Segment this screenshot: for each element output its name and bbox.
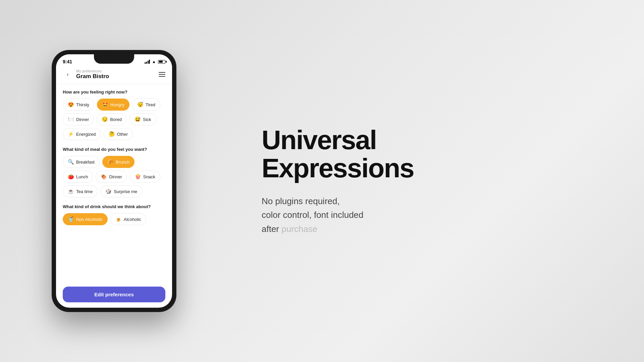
header-left: ‹ My preferences Gram Bistro (63, 69, 109, 80)
phone-section: 9:41 ▲ ‹ My pr (0, 0, 228, 362)
chip-tired[interactable]: 😴 Tired (132, 99, 160, 111)
dinner-feeling-label: Dinner (76, 117, 89, 122)
chip-sick[interactable]: 😅 Sick (129, 113, 156, 125)
hungry-emoji: 🤩 (102, 102, 108, 108)
phone-screen: 9:41 ▲ ‹ My pr (56, 54, 172, 308)
chip-energized[interactable]: ⚡ Energized (63, 128, 101, 140)
app-header: ‹ My preferences Gram Bistro (56, 66, 172, 84)
chip-snack[interactable]: 🍿 Snack (130, 171, 160, 183)
menu-line1 (159, 72, 165, 73)
back-button[interactable]: ‹ (63, 69, 73, 79)
phone-frame: 9:41 ▲ ‹ My pr (52, 50, 176, 312)
chip-dinner-meal[interactable]: 🍖 Dinner (96, 171, 127, 183)
teatime-label: Tea time (76, 189, 93, 194)
chip-other[interactable]: 🤔 Other (104, 128, 133, 140)
meal-question: What kind of meal do you feel you want? (63, 147, 165, 152)
chip-teatime[interactable]: ☕ Tea time (63, 185, 98, 197)
lunch-emoji: 🍅 (68, 174, 74, 180)
brunch-label: Brunch (116, 160, 129, 165)
heading-line2: Expressions (262, 153, 414, 183)
tired-emoji: 😴 (137, 102, 144, 108)
phone-content[interactable]: How are you feeling right now? 😍 Thirsty… (56, 84, 172, 284)
sub-text: No plugins required, color control, font… (262, 194, 436, 236)
chip-breakfast[interactable]: 🔍 Breakfast (63, 156, 100, 168)
bored-emoji: 😏 (102, 116, 108, 122)
other-label: Other (117, 132, 128, 137)
energized-label: Energized (76, 132, 96, 137)
status-time: 9:41 (63, 59, 72, 64)
chip-hungry[interactable]: 🤩 Hungry (97, 99, 129, 111)
chip-brunch[interactable]: 🥐 Brunch (102, 156, 135, 168)
header-title: Gram Bistro (76, 73, 109, 80)
alcoholic-label: Alcoholic (124, 217, 141, 222)
sub-line1: No plugins required, (262, 196, 340, 206)
menu-button[interactable] (159, 72, 165, 77)
breakfast-label: Breakfast (76, 160, 95, 165)
nonalcoholic-label: Non Alcoholic (76, 217, 103, 222)
tired-label: Tired (146, 102, 155, 107)
chip-lunch[interactable]: 🍅 Lunch (63, 171, 93, 183)
drink-chips: 🥤 Non Alcoholic 🍺 Alcoholic (63, 213, 165, 225)
teatime-emoji: ☕ (68, 188, 74, 194)
chip-dinner[interactable]: 🍽️ Dinner (63, 113, 94, 125)
status-bar: 9:41 ▲ (56, 54, 172, 66)
snack-label: Snack (143, 174, 155, 179)
nonalcoholic-emoji: 🥤 (68, 216, 74, 222)
main-heading: Universal Expressions (262, 126, 610, 182)
hungry-label: Hungry (110, 102, 124, 107)
sick-emoji: 😅 (135, 116, 141, 122)
dinner-feeling-emoji: 🍽️ (68, 116, 74, 122)
sub-line3-before: after (262, 224, 279, 234)
sub-line2: color control, font included (262, 210, 364, 220)
feeling-chips: 😍 Thirsty 🤩 Hungry 😴 Tired 🍽️ Dinner (63, 99, 165, 140)
other-emoji: 🤔 (109, 131, 115, 137)
energized-emoji: ⚡ (68, 131, 74, 137)
drink-question: What kind of drink should we think about… (63, 204, 165, 209)
signal-icon (145, 60, 150, 64)
edit-preferences-button[interactable]: Edit preferences (63, 287, 165, 302)
breakfast-emoji: 🔍 (68, 159, 74, 165)
battery-fill (159, 61, 163, 63)
back-icon: ‹ (67, 71, 68, 77)
sub-line3-purchase: purchase (281, 224, 317, 234)
battery-icon (158, 60, 165, 64)
dinner-meal-emoji: 🍖 (101, 174, 107, 180)
brunch-emoji: 🥐 (107, 159, 114, 165)
notch (94, 54, 134, 64)
alcoholic-emoji: 🍺 (115, 216, 122, 222)
promo-section: Universal Expressions No plugins require… (228, 99, 644, 263)
header-title-group: My preferences Gram Bistro (76, 69, 109, 80)
surprise-label: Surprise me (114, 189, 137, 194)
chip-bored[interactable]: 😏 Bored (97, 113, 127, 125)
feeling-question: How are you feeling right now? (63, 89, 165, 95)
chip-surprise[interactable]: 🎲 Surprise me (100, 185, 142, 197)
wifi-icon: ▲ (152, 59, 156, 64)
meal-chips: 🔍 Breakfast 🥐 Brunch 🍅 Lunch 🍖 Dinner (63, 156, 165, 197)
heading-line1: Universal (262, 125, 376, 155)
thirsty-emoji: 😍 (68, 102, 74, 108)
dinner-meal-label: Dinner (109, 174, 122, 179)
lunch-label: Lunch (76, 174, 88, 179)
menu-line3 (159, 76, 165, 77)
status-icons: ▲ (145, 59, 165, 64)
surprise-emoji: 🎲 (105, 188, 112, 194)
bored-label: Bored (110, 117, 122, 122)
chip-thirsty[interactable]: 😍 Thirsty (63, 99, 94, 111)
snack-emoji: 🍿 (135, 174, 141, 180)
header-subtitle: My preferences (76, 69, 109, 73)
chip-nonalcoholic[interactable]: 🥤 Non Alcoholic (63, 213, 108, 225)
menu-line2 (159, 74, 165, 75)
chip-alcoholic[interactable]: 🍺 Alcoholic (110, 213, 146, 225)
thirsty-label: Thirsty (76, 102, 89, 107)
sick-label: Sick (143, 117, 151, 122)
